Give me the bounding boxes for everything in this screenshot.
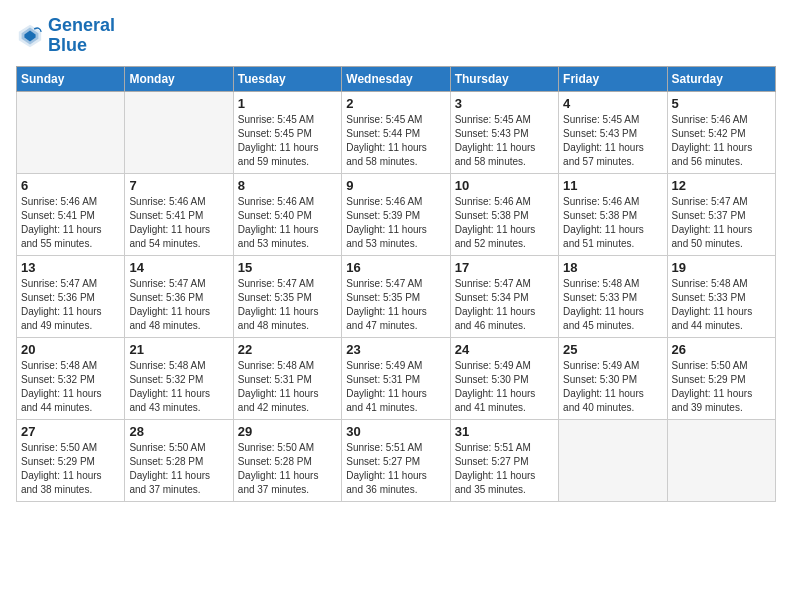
day-cell: 25Sunrise: 5:49 AM Sunset: 5:30 PM Dayli… — [559, 337, 667, 419]
day-info: Sunrise: 5:50 AM Sunset: 5:28 PM Dayligh… — [129, 441, 228, 497]
day-cell: 17Sunrise: 5:47 AM Sunset: 5:34 PM Dayli… — [450, 255, 558, 337]
day-number: 13 — [21, 260, 120, 275]
day-info: Sunrise: 5:51 AM Sunset: 5:27 PM Dayligh… — [455, 441, 554, 497]
day-info: Sunrise: 5:47 AM Sunset: 5:34 PM Dayligh… — [455, 277, 554, 333]
day-info: Sunrise: 5:50 AM Sunset: 5:29 PM Dayligh… — [21, 441, 120, 497]
day-cell: 3Sunrise: 5:45 AM Sunset: 5:43 PM Daylig… — [450, 91, 558, 173]
day-info: Sunrise: 5:48 AM Sunset: 5:33 PM Dayligh… — [672, 277, 771, 333]
day-cell: 7Sunrise: 5:46 AM Sunset: 5:41 PM Daylig… — [125, 173, 233, 255]
day-number: 31 — [455, 424, 554, 439]
week-row-1: 1Sunrise: 5:45 AM Sunset: 5:45 PM Daylig… — [17, 91, 776, 173]
day-cell — [559, 419, 667, 501]
day-number: 22 — [238, 342, 337, 357]
day-number: 6 — [21, 178, 120, 193]
day-cell: 14Sunrise: 5:47 AM Sunset: 5:36 PM Dayli… — [125, 255, 233, 337]
day-info: Sunrise: 5:47 AM Sunset: 5:35 PM Dayligh… — [238, 277, 337, 333]
day-number: 28 — [129, 424, 228, 439]
day-number: 3 — [455, 96, 554, 111]
day-info: Sunrise: 5:45 AM Sunset: 5:45 PM Dayligh… — [238, 113, 337, 169]
day-cell: 1Sunrise: 5:45 AM Sunset: 5:45 PM Daylig… — [233, 91, 341, 173]
day-cell: 6Sunrise: 5:46 AM Sunset: 5:41 PM Daylig… — [17, 173, 125, 255]
day-number: 19 — [672, 260, 771, 275]
day-info: Sunrise: 5:46 AM Sunset: 5:41 PM Dayligh… — [21, 195, 120, 251]
day-cell: 10Sunrise: 5:46 AM Sunset: 5:38 PM Dayli… — [450, 173, 558, 255]
day-cell: 9Sunrise: 5:46 AM Sunset: 5:39 PM Daylig… — [342, 173, 450, 255]
weekday-header-thursday: Thursday — [450, 66, 558, 91]
day-info: Sunrise: 5:48 AM Sunset: 5:32 PM Dayligh… — [129, 359, 228, 415]
day-info: Sunrise: 5:46 AM Sunset: 5:38 PM Dayligh… — [455, 195, 554, 251]
day-cell: 2Sunrise: 5:45 AM Sunset: 5:44 PM Daylig… — [342, 91, 450, 173]
weekday-header-friday: Friday — [559, 66, 667, 91]
day-number: 20 — [21, 342, 120, 357]
day-cell — [667, 419, 775, 501]
day-number: 30 — [346, 424, 445, 439]
day-number: 7 — [129, 178, 228, 193]
day-cell: 18Sunrise: 5:48 AM Sunset: 5:33 PM Dayli… — [559, 255, 667, 337]
day-info: Sunrise: 5:46 AM Sunset: 5:40 PM Dayligh… — [238, 195, 337, 251]
day-info: Sunrise: 5:49 AM Sunset: 5:30 PM Dayligh… — [455, 359, 554, 415]
day-info: Sunrise: 5:50 AM Sunset: 5:28 PM Dayligh… — [238, 441, 337, 497]
day-number: 8 — [238, 178, 337, 193]
day-number: 5 — [672, 96, 771, 111]
day-info: Sunrise: 5:48 AM Sunset: 5:33 PM Dayligh… — [563, 277, 662, 333]
week-row-4: 20Sunrise: 5:48 AM Sunset: 5:32 PM Dayli… — [17, 337, 776, 419]
day-cell: 16Sunrise: 5:47 AM Sunset: 5:35 PM Dayli… — [342, 255, 450, 337]
logo-icon — [16, 22, 44, 50]
day-cell: 31Sunrise: 5:51 AM Sunset: 5:27 PM Dayli… — [450, 419, 558, 501]
weekday-header-monday: Monday — [125, 66, 233, 91]
day-number: 27 — [21, 424, 120, 439]
day-cell: 11Sunrise: 5:46 AM Sunset: 5:38 PM Dayli… — [559, 173, 667, 255]
day-info: Sunrise: 5:45 AM Sunset: 5:43 PM Dayligh… — [563, 113, 662, 169]
day-cell: 12Sunrise: 5:47 AM Sunset: 5:37 PM Dayli… — [667, 173, 775, 255]
day-cell: 30Sunrise: 5:51 AM Sunset: 5:27 PM Dayli… — [342, 419, 450, 501]
day-number: 26 — [672, 342, 771, 357]
day-cell: 26Sunrise: 5:50 AM Sunset: 5:29 PM Dayli… — [667, 337, 775, 419]
day-cell: 23Sunrise: 5:49 AM Sunset: 5:31 PM Dayli… — [342, 337, 450, 419]
day-cell: 19Sunrise: 5:48 AM Sunset: 5:33 PM Dayli… — [667, 255, 775, 337]
logo: General Blue — [16, 16, 115, 56]
day-number: 11 — [563, 178, 662, 193]
day-cell: 8Sunrise: 5:46 AM Sunset: 5:40 PM Daylig… — [233, 173, 341, 255]
day-number: 2 — [346, 96, 445, 111]
logo-text: General Blue — [48, 16, 115, 56]
weekday-header-wednesday: Wednesday — [342, 66, 450, 91]
day-number: 15 — [238, 260, 337, 275]
day-info: Sunrise: 5:47 AM Sunset: 5:35 PM Dayligh… — [346, 277, 445, 333]
weekday-header-tuesday: Tuesday — [233, 66, 341, 91]
day-cell: 24Sunrise: 5:49 AM Sunset: 5:30 PM Dayli… — [450, 337, 558, 419]
page-header: General Blue — [16, 16, 776, 56]
day-info: Sunrise: 5:46 AM Sunset: 5:41 PM Dayligh… — [129, 195, 228, 251]
day-number: 1 — [238, 96, 337, 111]
day-info: Sunrise: 5:48 AM Sunset: 5:31 PM Dayligh… — [238, 359, 337, 415]
day-cell: 15Sunrise: 5:47 AM Sunset: 5:35 PM Dayli… — [233, 255, 341, 337]
day-cell: 4Sunrise: 5:45 AM Sunset: 5:43 PM Daylig… — [559, 91, 667, 173]
day-info: Sunrise: 5:46 AM Sunset: 5:42 PM Dayligh… — [672, 113, 771, 169]
day-info: Sunrise: 5:47 AM Sunset: 5:36 PM Dayligh… — [21, 277, 120, 333]
day-number: 16 — [346, 260, 445, 275]
weekday-header-row: SundayMondayTuesdayWednesdayThursdayFrid… — [17, 66, 776, 91]
day-cell: 28Sunrise: 5:50 AM Sunset: 5:28 PM Dayli… — [125, 419, 233, 501]
day-number: 14 — [129, 260, 228, 275]
day-cell: 21Sunrise: 5:48 AM Sunset: 5:32 PM Dayli… — [125, 337, 233, 419]
day-info: Sunrise: 5:51 AM Sunset: 5:27 PM Dayligh… — [346, 441, 445, 497]
day-cell: 22Sunrise: 5:48 AM Sunset: 5:31 PM Dayli… — [233, 337, 341, 419]
day-cell: 5Sunrise: 5:46 AM Sunset: 5:42 PM Daylig… — [667, 91, 775, 173]
day-number: 9 — [346, 178, 445, 193]
day-number: 17 — [455, 260, 554, 275]
day-number: 21 — [129, 342, 228, 357]
day-info: Sunrise: 5:47 AM Sunset: 5:36 PM Dayligh… — [129, 277, 228, 333]
day-cell: 29Sunrise: 5:50 AM Sunset: 5:28 PM Dayli… — [233, 419, 341, 501]
day-number: 18 — [563, 260, 662, 275]
day-info: Sunrise: 5:48 AM Sunset: 5:32 PM Dayligh… — [21, 359, 120, 415]
day-info: Sunrise: 5:46 AM Sunset: 5:39 PM Dayligh… — [346, 195, 445, 251]
day-number: 23 — [346, 342, 445, 357]
week-row-5: 27Sunrise: 5:50 AM Sunset: 5:29 PM Dayli… — [17, 419, 776, 501]
day-info: Sunrise: 5:49 AM Sunset: 5:31 PM Dayligh… — [346, 359, 445, 415]
day-cell: 20Sunrise: 5:48 AM Sunset: 5:32 PM Dayli… — [17, 337, 125, 419]
day-cell — [17, 91, 125, 173]
day-cell: 13Sunrise: 5:47 AM Sunset: 5:36 PM Dayli… — [17, 255, 125, 337]
week-row-2: 6Sunrise: 5:46 AM Sunset: 5:41 PM Daylig… — [17, 173, 776, 255]
day-info: Sunrise: 5:45 AM Sunset: 5:43 PM Dayligh… — [455, 113, 554, 169]
day-number: 4 — [563, 96, 662, 111]
day-number: 25 — [563, 342, 662, 357]
